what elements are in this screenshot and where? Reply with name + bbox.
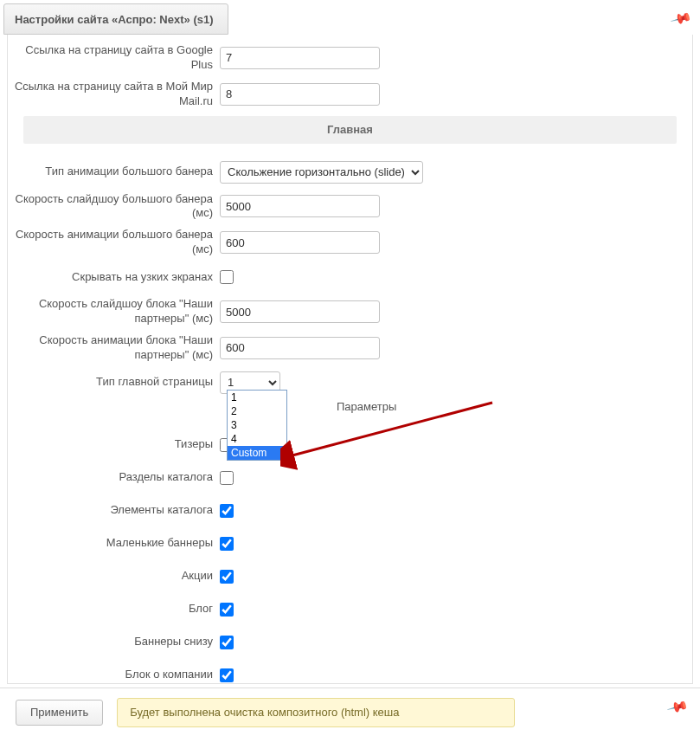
parameters-heading: Параметры <box>337 400 396 413</box>
pin-icon[interactable]: 📌 <box>670 7 693 29</box>
about-checkbox[interactable] <box>220 668 234 682</box>
small-banners-label: Маленькие баннеры <box>8 536 220 551</box>
about-label: Блок о компании <box>8 668 220 682</box>
cache-notice: Будет выполнена очистка композитного (ht… <box>117 698 515 727</box>
main-type-option[interactable]: 4 <box>228 432 286 446</box>
anim-speed-input[interactable] <box>220 231 380 254</box>
banner-anim-label: Тип анимации большого банера <box>8 165 220 179</box>
anim-speed-label: Скорость анимации большого банера (мс) <box>8 228 220 257</box>
teasers-label: Тизеры <box>8 437 220 452</box>
window-title: Настройки сайта «Аспро: Next» (s1) <box>15 13 214 26</box>
partners-anim-label: Скорость анимации блока "Наши партнеры" … <box>8 333 220 363</box>
actions-checkbox[interactable] <box>220 570 234 584</box>
section-main-title: Главная <box>23 116 677 144</box>
bottom-banners-label: Баннеры снизу <box>8 635 220 649</box>
main-type-option[interactable]: 2 <box>228 404 286 418</box>
main-type-option[interactable]: 3 <box>228 418 286 432</box>
main-type-dropdown[interactable]: 1 2 3 4 Custom <box>227 390 287 461</box>
main-type-label: Тип главной страницы <box>8 375 220 390</box>
hide-narrow-checkbox[interactable] <box>220 270 234 284</box>
cat-sections-checkbox[interactable] <box>220 471 234 485</box>
gplus-input[interactable] <box>220 47 380 69</box>
bottom-banners-checkbox[interactable] <box>220 636 234 649</box>
partners-anim-input[interactable] <box>220 337 380 359</box>
small-banners-checkbox[interactable] <box>220 537 234 551</box>
settings-panel: Ссылка на страницу сайта в Google Plus С… <box>7 35 693 684</box>
blog-label: Блог <box>8 602 220 617</box>
main-type-option-custom[interactable]: Custom <box>228 446 286 460</box>
cat-sections-label: Разделы каталога <box>8 470 220 485</box>
banner-anim-select[interactable]: Скольжение горизонтально (slide) <box>220 161 423 184</box>
hide-narrow-label: Скрывать на узких экранах <box>8 270 220 285</box>
apply-button[interactable]: Применить <box>16 700 103 726</box>
main-type-option[interactable]: 1 <box>228 391 286 404</box>
cat-items-label: Элементы каталога <box>8 503 220 518</box>
actions-label: Акции <box>8 569 220 584</box>
gplus-label: Ссылка на страницу сайта в Google Plus <box>8 43 220 73</box>
blog-checkbox[interactable] <box>220 603 234 617</box>
partners-slide-label: Скорость слайдшоу блока "Наши партнеры" … <box>8 297 220 326</box>
slide-speed-label: Скорость слайдшоу большого банера (мс) <box>8 192 220 222</box>
cat-items-checkbox[interactable] <box>220 504 234 518</box>
window-titlebar: Настройки сайта «Аспро: Next» (s1) <box>3 3 228 35</box>
mailru-label: Ссылка на страницу сайта в Мой Мир Mail.… <box>8 80 220 109</box>
footer-bar: Применить Будет выполнена очистка композ… <box>0 688 700 736</box>
mailru-input[interactable] <box>220 83 380 106</box>
pin-icon[interactable]: 📌 <box>666 695 690 718</box>
partners-slide-input[interactable] <box>220 300 380 323</box>
slide-speed-input[interactable] <box>220 195 380 217</box>
